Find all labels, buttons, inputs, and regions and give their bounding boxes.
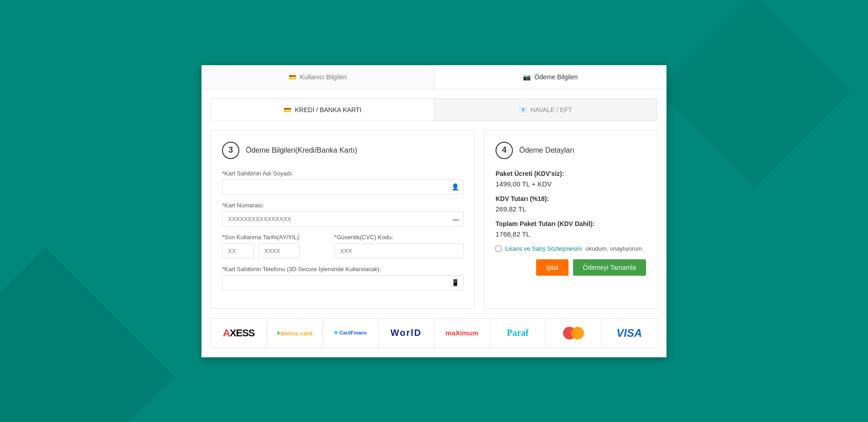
agreement-text: okudum, onaylıyorum.	[585, 245, 644, 252]
expiry-year-input[interactable]	[258, 243, 300, 258]
action-buttons: İptal Ödemeyi Tamamla	[496, 259, 646, 276]
card-holder-label: *Kart Sahibinin Adı Soyadı:	[222, 170, 464, 177]
card-number-group: *Kart Numarası: ▬	[222, 202, 464, 226]
paket-ucret-value: 1499,00 TL + KDV	[496, 180, 646, 188]
tab-havale[interactable]: 📧 HAVALE / EFT	[434, 99, 657, 121]
phone-icon: 📱	[451, 279, 459, 286]
agreement-link[interactable]: Lisans ve Satış Sözleşmesini	[505, 245, 582, 252]
card-logos-row: AXESS +bonus card ✳ CardFinans WorlD	[211, 318, 657, 348]
havale-icon: 📧	[519, 106, 527, 113]
details-panel: 4 Ödeme Detayları Paket Ücreti (KDV'siz)…	[484, 130, 657, 309]
expiry-month-input[interactable]	[222, 243, 254, 258]
agreement-checkbox[interactable]	[496, 246, 501, 252]
logo-bonus-card: +bonus card	[267, 319, 322, 348]
tab-user-info[interactable]: 💳 Kullanıcı Bilgileri	[202, 65, 434, 89]
credit-card-icon: 💳	[284, 106, 291, 113]
step-4-circle: 4	[496, 142, 513, 159]
phone-label: *Kart Sahibinin Telefonu (3D Secure İşle…	[222, 266, 464, 273]
step-4-number: 4	[502, 145, 506, 155]
expiry-cvc-row: *Son Kullanma Tarihi(AY/YIL): *Güvenlik(…	[222, 234, 464, 266]
expiry-label: *Son Kullanma Tarihi(AY/YIL):	[222, 234, 330, 241]
pay-button[interactable]: Ödemeyi Tamamla	[573, 259, 646, 276]
step-3-number: 3	[228, 145, 233, 155]
phone-group: *Kart Sahibinin Telefonu (3D Secure İşle…	[222, 266, 464, 290]
person-icon: 👤	[451, 183, 459, 190]
card-icon: ▬	[453, 215, 459, 222]
mc-orange-circle	[571, 327, 584, 340]
phone-wrapper: 📱	[222, 275, 464, 290]
tab-payment-info[interactable]: 📷 Ödeme Bilgileri	[434, 65, 667, 89]
cvc-input[interactable]	[334, 243, 464, 258]
tab-payment-info-label: Ödeme Bilgileri	[534, 73, 578, 81]
card-holder-wrapper: 👤	[222, 180, 464, 195]
user-info-icon: 💳	[289, 73, 296, 81]
card-number-label: *Kart Numarası:	[222, 202, 464, 209]
main-container: 💳 Kullanıcı Bilgileri 📷 Ödeme Bilgileri …	[202, 65, 666, 357]
payment-info-icon: 📷	[523, 73, 531, 81]
form-section-title: Ödeme Bilgileri(Kredi/Banka Kartı)	[246, 146, 357, 154]
credit-card-label: KREDİ / BANKA KARTI	[295, 106, 362, 113]
logo-cardfinans: ✳ CardFinans	[323, 319, 378, 348]
logo-world: WorlD	[378, 319, 434, 348]
kdv-value: 269,82 TL	[496, 205, 646, 213]
tab-user-info-label: Kullanıcı Bilgileri	[300, 73, 347, 81]
cancel-button[interactable]: İptal	[536, 259, 568, 276]
step-3-circle: 3	[222, 142, 239, 159]
logo-paraf: Paraf	[490, 319, 546, 348]
logo-mastercard	[546, 319, 601, 348]
expiry-inputs	[222, 243, 330, 258]
toplam-value: 1768,82 TL	[496, 230, 646, 238]
toplam-label: Toplam Paket Tutarı (KDV Dahil):	[496, 220, 646, 227]
havale-label: HAVALE / EFT	[531, 106, 572, 113]
content-area: 💳 KREDİ / BANKA KARTI 📧 HAVALE / EFT 3 Ö…	[202, 89, 666, 357]
card-number-input[interactable]	[222, 211, 464, 226]
logo-maximum: maXimum	[434, 319, 490, 348]
details-section-title: Ödeme Detayları	[519, 146, 574, 154]
paket-ucret-label: Paket Ücreti (KDV'siz):	[496, 170, 646, 177]
details-section-heading: 4 Ödeme Detayları	[496, 142, 646, 159]
phone-input[interactable]	[222, 275, 464, 290]
payment-tabs: 💳 KREDİ / BANKA KARTI 📧 HAVALE / EFT	[211, 98, 657, 121]
card-holder-group: *Kart Sahibinin Adı Soyadı: 👤	[222, 170, 464, 195]
logo-axess: AXESS	[211, 319, 267, 348]
expiry-group: *Son Kullanma Tarihi(AY/YIL):	[222, 234, 330, 258]
logo-visa: VISA	[602, 319, 657, 348]
tab-credit-card[interactable]: 💳 KREDİ / BANKA KARTI	[211, 99, 434, 121]
form-panel: 3 Ödeme Bilgileri(Kredi/Banka Kartı) *Ka…	[211, 130, 475, 309]
two-col-layout: 3 Ödeme Bilgileri(Kredi/Banka Kartı) *Ka…	[211, 130, 657, 309]
form-section-heading: 3 Ödeme Bilgileri(Kredi/Banka Kartı)	[222, 142, 464, 159]
cvc-group: *Güvenlik(CVC) Kodu:	[334, 234, 464, 258]
card-number-wrapper: ▬	[222, 211, 464, 226]
cvc-label: *Güvenlik(CVC) Kodu:	[334, 234, 464, 241]
card-holder-input[interactable]	[222, 180, 464, 195]
kdv-label: KDV Tutarı (%18):	[496, 195, 646, 202]
top-tabs: 💳 Kullanıcı Bilgileri 📷 Ödeme Bilgileri	[202, 65, 666, 89]
agreement-row: Lisans ve Satış Sözleşmesini okudum, ona…	[496, 245, 646, 252]
